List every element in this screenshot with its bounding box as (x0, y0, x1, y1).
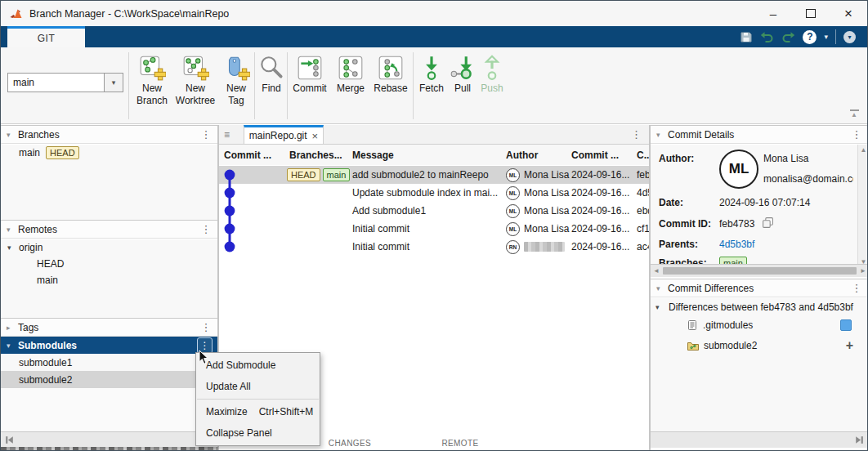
new-branch-button[interactable]: New Branch (132, 51, 172, 107)
avatar: ML (506, 168, 520, 182)
submodule-item-2[interactable]: submodule2 (1, 371, 218, 388)
col-commit-graph[interactable]: Commit ... (219, 145, 290, 165)
copy-icon[interactable] (762, 217, 774, 229)
branches-menu-button[interactable]: ⋮ (199, 128, 213, 141)
diff-root-node[interactable]: ▾ Differences between feb4783 and 4d5b3b… (655, 301, 863, 313)
current-branch-combobox[interactable]: main ▾ (7, 73, 123, 92)
menu-item-add-submodule[interactable]: Add Submodule (196, 355, 320, 376)
redo-icon[interactable] (781, 31, 795, 43)
new-tag-button[interactable]: New Tag (218, 51, 254, 107)
remote-name: origin (19, 242, 43, 253)
fetch-icon (418, 54, 445, 82)
tags-menu-button[interactable]: ⋮ (199, 321, 213, 333)
help-dropdown-icon[interactable]: ▾ (824, 33, 828, 41)
new-branch-icon (138, 54, 166, 82)
scroll-right-icon[interactable]: ► (860, 267, 866, 275)
help-icon[interactable]: ? (803, 30, 817, 44)
pull-button[interactable]: Pull (448, 51, 477, 95)
tab-close-icon[interactable]: × (312, 130, 319, 142)
expand-triangle-icon[interactable]: ▸ (7, 324, 18, 332)
added-indicator: + (846, 338, 853, 353)
new-worktree-button[interactable]: New Worktree (172, 51, 218, 107)
expand-triangle-icon[interactable]: ▾ (7, 243, 19, 252)
search-icon (257, 54, 285, 82)
collapse-toolstrip-button[interactable]: ▲ (848, 109, 861, 118)
fetch-button[interactable]: Fetch (415, 51, 448, 95)
collapse-triangle-icon[interactable]: ▾ (7, 342, 18, 350)
menu-item-maximize[interactable]: Maximize Ctrl+Shift+M (196, 401, 320, 422)
remotes-panel-header[interactable]: ▾ Remotes ⋮ (1, 220, 218, 239)
commit-details-header[interactable]: ▾ Commit Details ⋮ (651, 125, 868, 144)
menu-shortcut: Ctrl+Shift+M (248, 406, 314, 418)
merge-button[interactable]: Merge (331, 51, 370, 95)
remote-item-main[interactable]: main (1, 272, 218, 288)
save-icon[interactable] (740, 30, 753, 43)
collapse-triangle-icon[interactable]: ▾ (7, 226, 18, 234)
left-hscrollbar[interactable] (1, 431, 218, 448)
col-date[interactable]: Commit ... (566, 145, 638, 165)
diff-file-submodule2[interactable]: submodule2 + (687, 338, 863, 353)
commit-differences-menu-button[interactable]: ⋮ (850, 282, 863, 294)
help-glyph: ? (807, 31, 812, 42)
history-menu-button[interactable]: ⋮ (631, 125, 644, 144)
commit-differences-header[interactable]: ▾ Commit Differences ⋮ (651, 279, 868, 297)
remote-item-origin[interactable]: ▾ origin (1, 239, 218, 256)
commit-details-content: Author: ML Mona Lisa monalisa@domain.com… (651, 145, 868, 264)
commit-details-hscrollbar[interactable]: ◄ ► (651, 264, 868, 277)
skip-to-end-icon[interactable] (854, 435, 865, 445)
diff-file-gitmodules[interactable]: .gitmodules (687, 319, 863, 331)
commit-details-menu-button[interactable]: ⋮ (850, 128, 863, 141)
remotes-menu-button[interactable]: ⋮ (199, 223, 213, 235)
table-row[interactable]: Initial commit ML Mona Lisa 2024-09-16..… (219, 220, 649, 238)
commit-button[interactable]: Commit (289, 51, 331, 95)
col-message[interactable]: Message (347, 145, 507, 165)
create-group: New Branch New Worktree (132, 51, 254, 107)
scroll-left-icon[interactable]: ◄ (653, 267, 660, 275)
diff-file-name: submodule2 (704, 340, 757, 351)
panel-menu-icon[interactable]: ≡ (224, 125, 230, 144)
menu-item-update-all[interactable]: Update All (196, 376, 320, 397)
branch-item-main[interactable]: main HEAD (1, 145, 218, 161)
submodules-panel-header[interactable]: ▾ Submodules ⋮ (1, 337, 218, 354)
col-author[interactable]: Author (501, 145, 572, 165)
submodule-folder-icon (687, 340, 700, 351)
right-hscrollbar[interactable] (651, 431, 868, 448)
scrollbar-thumb[interactable] (663, 267, 857, 275)
minimize-button[interactable]: – (754, 1, 792, 26)
rebase-button[interactable]: Rebase (370, 51, 411, 95)
table-row[interactable]: HEAD main add submodule2 to mainReepo ML… (219, 166, 649, 184)
col-branches[interactable]: Branches... (284, 145, 353, 165)
table-row[interactable]: Update submodule index in mai... ML Mona… (219, 184, 649, 202)
parent-commit-link[interactable]: 4d5b3bf (719, 239, 754, 250)
git-tab-label: GIT (38, 33, 56, 44)
quick-access-toolbar: ? ▾ ▾ (740, 26, 856, 47)
remote-item-head[interactable]: HEAD (1, 256, 218, 272)
qa-menu-icon[interactable]: ▾ (843, 31, 856, 43)
find-button[interactable]: Find (256, 51, 287, 95)
skip-to-start-icon[interactable] (4, 435, 15, 445)
branches-panel-header[interactable]: ▾ Branches ⋮ (1, 125, 218, 144)
close-button[interactable]: × (830, 1, 867, 26)
tab-git[interactable]: GIT (7, 26, 85, 47)
combobox-dropdown-button[interactable]: ▾ (104, 74, 123, 92)
table-row[interactable]: Add submodule1 ML Mona Lisa 2024-09-16..… (219, 202, 649, 220)
collapse-triangle-icon[interactable]: ▾ (656, 131, 668, 139)
collapse-triangle-icon[interactable]: ▾ (656, 284, 668, 292)
close-icon: × (844, 6, 852, 22)
tags-panel-header[interactable]: ▸ Tags ⋮ (1, 318, 218, 337)
table-row[interactable]: Initial commit RN 2024-09-16... ac4 (219, 238, 649, 256)
collapse-triangle-icon[interactable]: ▾ (655, 303, 669, 311)
commit-details-title: Commit Details (668, 129, 734, 141)
scroll-up-icon[interactable]: ▲ (861, 146, 867, 154)
commit-details-vscrollbar[interactable]: ▲ ▼ (857, 145, 868, 267)
collapse-triangle-icon[interactable]: ▾ (7, 131, 18, 139)
menu-item-collapse-panel[interactable]: Collapse Panel (196, 422, 320, 444)
commit-message: Initial commit (347, 238, 506, 256)
changes-group: Commit Merge (289, 51, 411, 95)
maximize-button[interactable] (792, 1, 830, 26)
history-table-header: Commit ... Branches... Message Author Co… (219, 145, 649, 165)
tab-mainrepo-git[interactable]: mainRepo.git × (244, 125, 324, 144)
undo-icon[interactable] (760, 31, 774, 43)
submodule-item-1[interactable]: submodule1 (1, 354, 218, 371)
parents-label: Parents: (659, 239, 698, 250)
